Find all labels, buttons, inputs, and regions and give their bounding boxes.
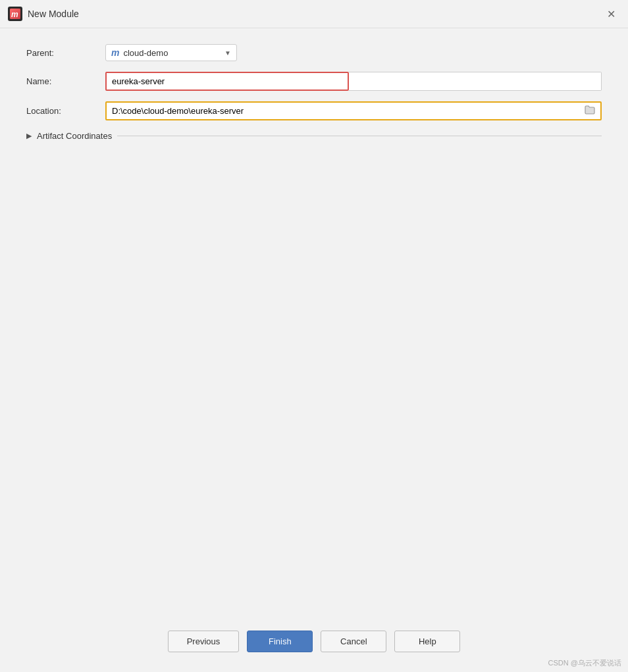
artifact-label[interactable]: Artifact Coordinates — [37, 131, 112, 141]
new-module-dialog: m New Module ✕ Parent: m cloud-demo ▼ Na… — [0, 0, 628, 672]
dialog-footer: Previous Finish Cancel Help — [0, 617, 628, 672]
previous-button[interactable]: Previous — [168, 631, 240, 652]
artifact-toggle-icon[interactable]: ▶ — [26, 132, 32, 140]
location-input[interactable] — [107, 103, 579, 119]
cancel-button[interactable]: Cancel — [321, 631, 386, 652]
location-row: Location: — [26, 101, 602, 120]
parent-control: m cloud-demo ▼ — [105, 44, 602, 61]
dialog-title: New Module — [28, 9, 79, 19]
folder-browse-icon[interactable] — [579, 103, 600, 119]
svg-text:m: m — [11, 10, 18, 19]
close-button[interactable]: ✕ — [604, 7, 617, 20]
parent-label: Parent: — [26, 48, 105, 58]
parent-row: Parent: m cloud-demo ▼ — [26, 44, 602, 61]
title-bar: m New Module ✕ — [0, 0, 628, 28]
name-row: Name: — [26, 72, 602, 91]
name-label: Name: — [26, 76, 105, 86]
parent-value: cloud-demo — [123, 48, 168, 58]
name-input-secondary[interactable] — [349, 72, 602, 91]
parent-maven-icon: m — [111, 47, 119, 58]
app-icon: m — [8, 7, 22, 21]
artifact-section: ▶ Artifact Coordinates — [26, 131, 602, 141]
chevron-down-icon: ▼ — [224, 49, 231, 57]
dialog-content: Parent: m cloud-demo ▼ Name: Location: — [0, 28, 628, 617]
title-left: m New Module — [8, 7, 79, 21]
name-inputs — [105, 72, 602, 91]
location-label: Location: — [26, 106, 105, 116]
name-input-main[interactable] — [105, 72, 349, 91]
artifact-divider — [117, 136, 602, 136]
finish-button[interactable]: Finish — [247, 631, 313, 652]
help-button[interactable]: Help — [394, 631, 460, 652]
location-control — [105, 101, 602, 120]
location-wrapper — [105, 101, 602, 120]
watermark: CSDN @乌云不爱说话 — [548, 658, 621, 668]
parent-dropdown[interactable]: m cloud-demo ▼ — [105, 44, 237, 61]
